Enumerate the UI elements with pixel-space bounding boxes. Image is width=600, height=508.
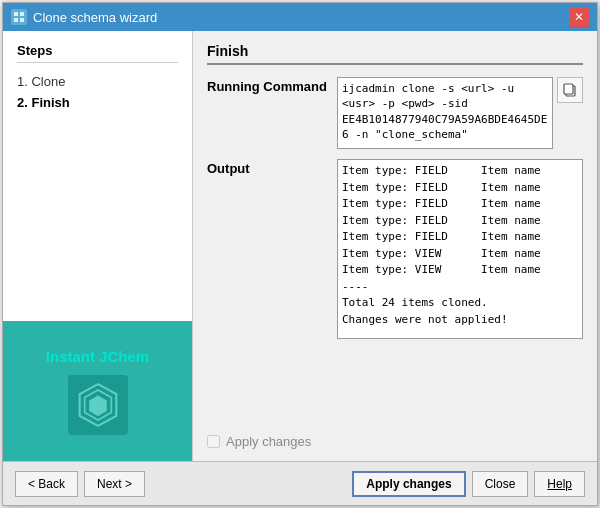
close-window-button[interactable]: ✕ [569, 7, 589, 27]
svg-rect-1 [20, 12, 24, 16]
titlebar: Clone schema wizard ✕ [3, 3, 597, 31]
step-finish-label: Finish [31, 95, 69, 110]
running-command-row: Running Command [207, 77, 583, 149]
titlebar-left: Clone schema wizard [11, 9, 157, 25]
hexagon-icon [73, 380, 123, 430]
steps-title: Steps [17, 43, 178, 63]
main-window: Clone schema wizard ✕ Steps 1. Clone 2. … [2, 2, 598, 506]
step-clone: 1. Clone [17, 71, 178, 92]
right-panel: Finish Running Command Output [193, 31, 597, 461]
footer-left: < Back Next > [15, 471, 145, 497]
output-wrapper [337, 159, 583, 342]
footer-right: Apply changes Close Help [352, 471, 585, 497]
svg-rect-8 [564, 84, 573, 94]
apply-changes-checkbox-label: Apply changes [226, 434, 311, 449]
back-button[interactable]: < Back [15, 471, 78, 497]
svg-rect-2 [14, 18, 18, 22]
close-button[interactable]: Close [472, 471, 529, 497]
apply-changes-button[interactable]: Apply changes [352, 471, 465, 497]
output-label: Output [207, 159, 337, 176]
svg-marker-6 [89, 395, 106, 415]
brand-icon [68, 375, 128, 435]
steps-panel: Steps 1. Clone 2. Finish [3, 31, 192, 321]
output-textarea[interactable] [337, 159, 583, 339]
step-clone-number: 1. [17, 74, 31, 89]
step-finish-number: 2. [17, 95, 31, 110]
apply-changes-row: Apply changes [207, 434, 583, 449]
copy-icon [562, 82, 578, 98]
next-button[interactable]: Next > [84, 471, 145, 497]
copy-button[interactable] [557, 77, 583, 103]
help-button[interactable]: Help [534, 471, 585, 497]
main-content: Steps 1. Clone 2. Finish Instant JChem [3, 31, 597, 461]
running-command-textarea[interactable] [337, 77, 553, 149]
window-title: Clone schema wizard [33, 10, 157, 25]
sidebar: Steps 1. Clone 2. Finish Instant JChem [3, 31, 193, 461]
output-row: Output [207, 159, 583, 416]
svg-rect-3 [20, 18, 24, 22]
brand-name: Instant JChem [46, 348, 149, 365]
running-command-label: Running Command [207, 77, 337, 94]
footer: < Back Next > Apply changes Close Help [3, 461, 597, 505]
brand-section: Instant JChem [3, 321, 192, 461]
panel-title: Finish [207, 43, 583, 65]
step-clone-label: Clone [31, 74, 65, 89]
command-area [337, 77, 583, 149]
svg-rect-0 [14, 12, 18, 16]
step-finish: 2. Finish [17, 92, 178, 113]
apply-changes-checkbox[interactable] [207, 435, 220, 448]
app-icon [11, 9, 27, 25]
